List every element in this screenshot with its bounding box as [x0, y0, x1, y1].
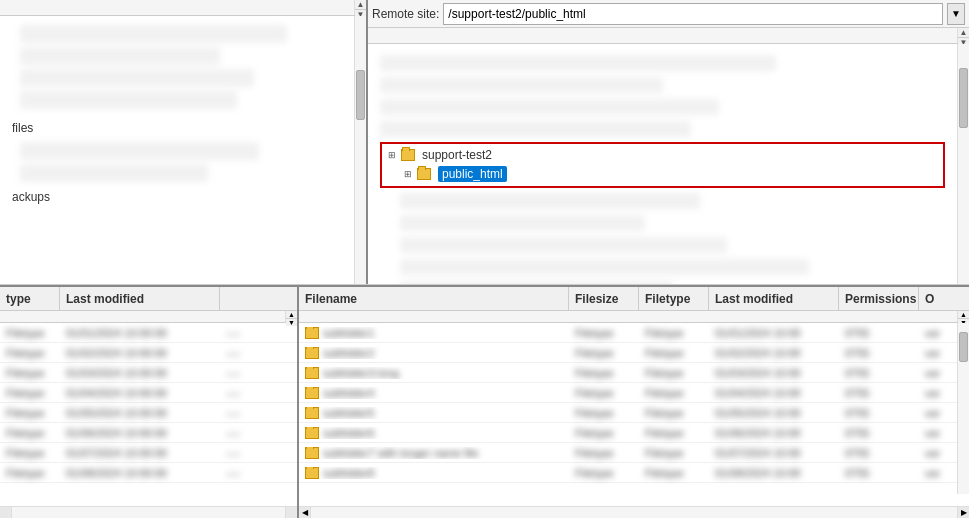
folder-icon-2 [417, 168, 431, 180]
table-row[interactable]: subfolder4 Filetype Filetype 01/04/2024 … [299, 383, 969, 403]
col-header-modified[interactable]: Last modified [60, 287, 220, 310]
support-test2-row[interactable]: ⊞ support-test2 [384, 146, 941, 164]
folder-icon-file-8 [305, 467, 319, 479]
table-row[interactable]: Filetype 01/08/2024 10:00:00 ---- [0, 463, 297, 483]
tree-area: ⊞ support-test2 ⊞ public_html [368, 44, 969, 284]
bottom-left: type Last modified ▲ ▼ Filetype 01/01/20… [0, 287, 299, 518]
col-header-modified[interactable]: Last modified [709, 287, 839, 310]
public-html-row[interactable]: ⊞ public_html [384, 164, 941, 184]
table-row[interactable]: subfolder1 Filetype Filetype 01/01/2024 … [299, 323, 969, 343]
col-header-filesize[interactable]: Filesize [569, 287, 639, 310]
folder-icon-file-2 [305, 347, 319, 359]
bottom-right: Filename Filesize Filetype Last modified… [299, 287, 969, 518]
selected-node-box: ⊞ support-test2 ⊞ public_html [380, 142, 945, 188]
right-col-header: Filename Filesize Filetype Last modified… [299, 287, 969, 311]
left-tree: files ackups [0, 16, 366, 284]
right-file-list: subfolder1 Filetype Filetype 01/01/2024 … [299, 323, 969, 506]
left-file-list: Filetype 01/01/2024 10:00:00 ---- Filety… [0, 323, 297, 506]
dropdown-arrow-icon: ▼ [951, 8, 961, 19]
col-header-permissions[interactable]: Permissions [839, 287, 919, 310]
table-row[interactable]: subfolder5 Filetype Filetype 01/05/2024 … [299, 403, 969, 423]
public-html-label: public_html [438, 166, 507, 182]
right-scroll-up[interactable]: ▲ [958, 28, 969, 38]
table-row[interactable]: Filetype 01/02/2024 10:00:00 ---- [0, 343, 297, 363]
remote-dropdown-btn[interactable]: ▼ [947, 3, 965, 25]
folder-icon-file [305, 327, 319, 339]
left-scroll-up[interactable]: ▲ [355, 0, 366, 10]
main-container: ▲ ▼ files ackups [0, 0, 969, 518]
col-header-rest[interactable] [220, 287, 297, 310]
left-col-header: type Last modified [0, 287, 297, 311]
left-panel: ▲ ▼ files ackups [0, 0, 368, 284]
table-row[interactable]: subfolder6 Filetype Filetype 01/06/2024 … [299, 423, 969, 443]
tree-vscrollbar[interactable] [957, 44, 969, 284]
table-row[interactable]: Filetype 01/05/2024 10:00:00 ---- [0, 403, 297, 423]
remote-path-input[interactable] [443, 3, 943, 25]
tree-expand-icon-2: ⊞ [404, 169, 414, 179]
hscroll-right-btn[interactable]: ▶ [957, 507, 969, 519]
folder-icon-file-6 [305, 427, 319, 439]
remote-site-bar: Remote site: ▼ [368, 0, 969, 28]
col-header-type[interactable]: type [0, 287, 60, 310]
folder-icon-file-4 [305, 387, 319, 399]
left-hscrollbar[interactable] [0, 506, 297, 518]
right-panel: Remote site: ▼ ▲ ▼ [368, 0, 969, 284]
right-file-vscrollbar[interactable] [957, 323, 969, 494]
col-header-owner[interactable]: O [919, 287, 969, 310]
folder-icon [401, 149, 415, 161]
table-row[interactable]: Filetype 01/01/2024 10:00:00 ---- [0, 323, 297, 343]
table-row[interactable]: subfolder3-long Filetype Filetype 01/03/… [299, 363, 969, 383]
remote-label: Remote site: [372, 7, 439, 21]
files-label: files [0, 119, 366, 137]
left-vscrollbar[interactable] [354, 16, 366, 284]
support-test2-label: support-test2 [422, 148, 492, 162]
table-row[interactable]: subfolder2 Filetype Filetype 01/02/2024 … [299, 343, 969, 363]
left-bottom-scroll-up[interactable]: ▲ [286, 311, 297, 319]
table-row[interactable]: Filetype 01/04/2024 10:00:00 ---- [0, 383, 297, 403]
hscroll-left-btn[interactable]: ◀ [299, 507, 311, 519]
table-row[interactable]: Filetype 01/07/2024 10:00:00 ---- [0, 443, 297, 463]
right-hscrollbar[interactable]: ◀ ▶ [299, 506, 969, 518]
col-header-filename[interactable]: Filename [299, 287, 569, 310]
backups-label: ackups [0, 188, 366, 206]
folder-icon-file-3 [305, 367, 319, 379]
top-panel: ▲ ▼ files ackups [0, 0, 969, 285]
table-row[interactable]: subfolder8 Filetype Filetype 01/08/2024 … [299, 463, 969, 483]
table-row[interactable]: subfolder7 with longer name file Filetyp… [299, 443, 969, 463]
tree-expand-icon: ⊞ [388, 150, 398, 160]
col-header-filetype[interactable]: Filetype [639, 287, 709, 310]
table-row[interactable]: Filetype 01/06/2024 10:00:00 ---- [0, 423, 297, 443]
folder-icon-file-7 [305, 447, 319, 459]
right-bottom-scroll-up[interactable]: ▲ [958, 311, 969, 319]
bottom-panel: type Last modified ▲ ▼ Filetype 01/01/20… [0, 285, 969, 518]
folder-icon-file-5 [305, 407, 319, 419]
table-row[interactable]: Filetype 01/03/2024 10:00:00 ---- [0, 363, 297, 383]
